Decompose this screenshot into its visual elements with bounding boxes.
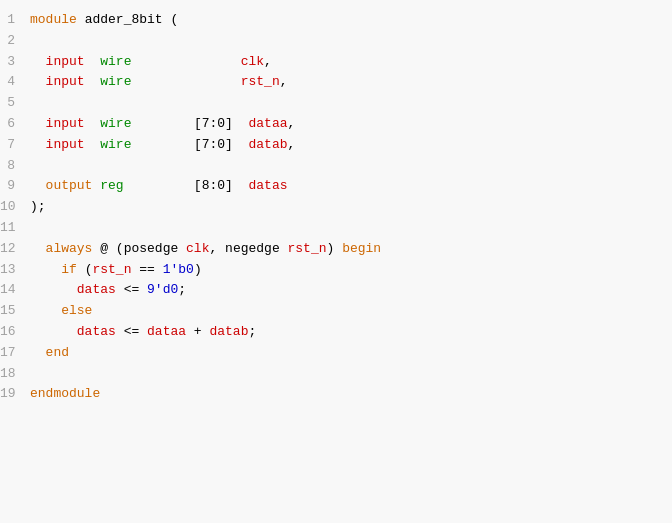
line-content: input wire rst_n, — [30, 72, 662, 93]
token: + — [186, 324, 209, 339]
line-number: 12 — [0, 239, 30, 260]
token: always — [46, 241, 93, 256]
line-content: datas <= 9'd0; — [30, 280, 662, 301]
line-content: end — [30, 343, 662, 364]
token: clk — [241, 54, 264, 69]
line-number: 7 — [0, 135, 30, 156]
table-row: 18 — [0, 364, 672, 385]
table-row: 1module adder_8bit ( — [0, 10, 672, 31]
table-row: 4 input wire rst_n, — [0, 72, 672, 93]
token — [124, 178, 194, 193]
token: dataa — [147, 324, 186, 339]
token: , — [288, 137, 296, 152]
line-number: 17 — [0, 343, 30, 364]
token: ) — [194, 262, 202, 277]
table-row: 5 — [0, 93, 672, 114]
line-number: 5 — [0, 93, 30, 114]
token — [30, 324, 77, 339]
token: datas — [77, 324, 116, 339]
token — [85, 54, 101, 69]
line-content: datas <= dataa + datab; — [30, 322, 662, 343]
table-row: 11 — [0, 218, 672, 239]
line-content: module adder_8bit ( — [30, 10, 662, 31]
token: , — [209, 241, 225, 256]
token — [30, 241, 46, 256]
token: == — [131, 262, 162, 277]
token: ); — [30, 199, 46, 214]
token: end — [46, 345, 69, 360]
line-number: 14 — [0, 280, 30, 301]
line-number: 19 — [0, 384, 30, 405]
token: , — [288, 116, 296, 131]
line-content: input wire [7:0] datab, — [30, 135, 662, 156]
token — [233, 137, 249, 152]
line-content: input wire [7:0] dataa, — [30, 114, 662, 135]
line-number: 18 — [0, 364, 30, 385]
line-number: 11 — [0, 218, 30, 239]
token: ( — [163, 12, 179, 27]
table-row: 8 — [0, 156, 672, 177]
token — [280, 241, 288, 256]
code-editor: 1module adder_8bit (2 3 input wire clk,4… — [0, 0, 672, 523]
line-number: 2 — [0, 31, 30, 52]
line-number: 1 — [0, 10, 30, 31]
token: [7:0] — [194, 116, 233, 131]
token: output — [46, 178, 93, 193]
line-content — [30, 218, 662, 239]
token — [30, 303, 61, 318]
token — [85, 137, 101, 152]
line-number: 13 — [0, 260, 30, 281]
token — [131, 74, 240, 89]
line-content: else — [30, 301, 662, 322]
token — [30, 54, 46, 69]
token — [77, 12, 85, 27]
table-row: 19endmodule — [0, 384, 672, 405]
line-number: 6 — [0, 114, 30, 135]
line-content: input wire clk, — [30, 52, 662, 73]
token: [8:0] — [194, 178, 233, 193]
table-row: 3 input wire clk, — [0, 52, 672, 73]
table-row: 6 input wire [7:0] dataa, — [0, 114, 672, 135]
token — [30, 282, 77, 297]
token — [85, 74, 101, 89]
token — [178, 241, 186, 256]
token: begin — [342, 241, 381, 256]
token: negedge — [225, 241, 280, 256]
table-row: 2 — [0, 31, 672, 52]
token — [131, 137, 193, 152]
token: adder_8bit — [85, 12, 163, 27]
token — [233, 116, 249, 131]
line-number: 3 — [0, 52, 30, 73]
token: dataa — [249, 116, 288, 131]
token: 1'b0 — [163, 262, 194, 277]
token — [30, 116, 46, 131]
table-row: 15 else — [0, 301, 672, 322]
token — [30, 74, 46, 89]
token: input — [46, 137, 85, 152]
line-content — [30, 156, 662, 177]
token: wire — [100, 116, 131, 131]
line-content: always @ (posedge clk, negedge rst_n) be… — [30, 239, 662, 260]
token: ( — [77, 262, 93, 277]
token: rst_n — [288, 241, 327, 256]
table-row: 10); — [0, 197, 672, 218]
line-content: endmodule — [30, 384, 662, 405]
token — [30, 137, 46, 152]
token: endmodule — [30, 386, 100, 401]
line-content: ); — [30, 197, 662, 218]
table-row: 16 datas <= dataa + datab; — [0, 322, 672, 343]
token: if — [61, 262, 77, 277]
line-content: if (rst_n == 1'b0) — [30, 260, 662, 281]
line-number: 9 — [0, 176, 30, 197]
line-number: 8 — [0, 156, 30, 177]
token: <= — [116, 324, 147, 339]
line-number: 10 — [0, 197, 30, 218]
line-content — [30, 31, 662, 52]
token: <= — [116, 282, 147, 297]
token: rst_n — [92, 262, 131, 277]
token — [233, 178, 249, 193]
token: module — [30, 12, 77, 27]
token: input — [46, 54, 85, 69]
line-content: output reg [8:0] datas — [30, 176, 662, 197]
line-content — [30, 93, 662, 114]
